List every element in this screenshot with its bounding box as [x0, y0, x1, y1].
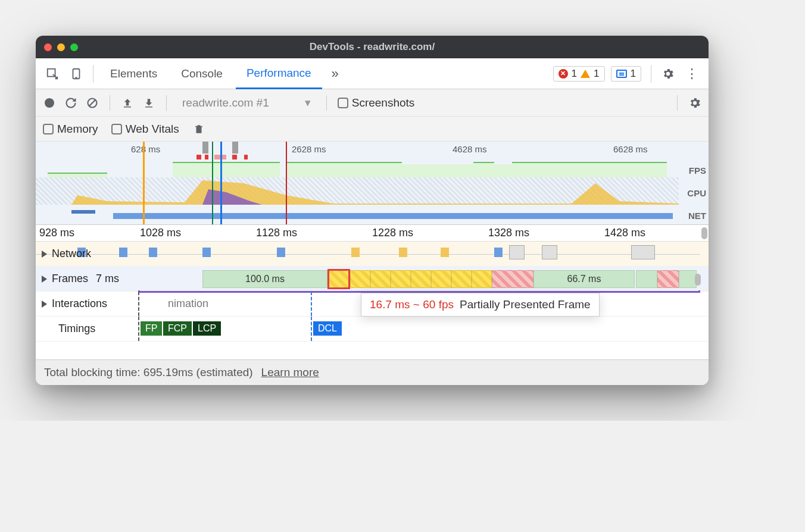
row-network[interactable]: Network	[36, 242, 709, 267]
learn-more-link[interactable]: Learn more	[261, 366, 319, 379]
tab-elements[interactable]: Elements	[99, 58, 168, 89]
row-interactions[interactable]: Interactions nimation 16.7 ms ~ 60 fps P…	[36, 292, 709, 317]
frame-block-selected[interactable]	[329, 270, 349, 288]
expand-icon[interactable]	[42, 276, 47, 283]
error-icon: ✕	[558, 69, 568, 79]
tab-performance[interactable]: Performance	[236, 59, 322, 89]
guide-line	[311, 292, 312, 316]
frame-block[interactable]	[657, 270, 679, 288]
frame-block[interactable]	[431, 270, 451, 288]
frame-block[interactable]	[679, 270, 697, 288]
perf-toolbar-2: Memory Web Vitals	[36, 117, 709, 142]
scrollbar-thumb[interactable]	[701, 227, 707, 239]
row-timings[interactable]: Timings FP FCP LCP DCL	[36, 317, 709, 342]
total-blocking-time: Total blocking time: 695.19ms (estimated…	[44, 366, 253, 379]
frame-block[interactable]: 66.7 ms	[533, 270, 635, 288]
overview-handle[interactable]	[232, 142, 238, 154]
more-tabs-icon[interactable]: »	[325, 63, 346, 85]
frame-block[interactable]	[370, 270, 391, 288]
upload-profile-icon[interactable]	[121, 96, 134, 109]
frames-track: 100.0 ms 66.7 ms	[36, 267, 700, 291]
device-toggle-icon[interactable]	[65, 63, 87, 85]
frame-block[interactable]	[350, 270, 370, 288]
clear-button[interactable]	[86, 96, 99, 109]
svg-rect-5	[124, 107, 131, 108]
overview-marker[interactable]	[286, 142, 287, 224]
expand-icon[interactable]	[42, 251, 47, 258]
warning-icon	[581, 70, 590, 78]
overview-net-label: NET	[688, 211, 706, 221]
frame-block[interactable]	[451, 270, 472, 288]
timing-lcp[interactable]: LCP	[193, 321, 221, 336]
row-frames[interactable]: Frames 7 ms 100.0 ms 66.7 ms	[36, 267, 709, 292]
tab-console[interactable]: Console	[170, 58, 233, 89]
devtools-tabstrip: Elements Console Performance » ✕ 1 1 1 ⋮	[36, 58, 709, 89]
close-window-button[interactable]	[44, 43, 52, 51]
overview-marker[interactable]	[143, 142, 145, 224]
network-track	[36, 242, 700, 266]
kebab-menu-icon[interactable]: ⋮	[681, 63, 703, 85]
capture-settings-gear-icon[interactable]	[688, 96, 701, 109]
window-title: DevTools - readwrite.com/	[36, 41, 709, 53]
window-titlebar: DevTools - readwrite.com/	[36, 36, 709, 58]
timing-fp[interactable]: FP	[141, 321, 162, 336]
detail-ruler: 928 ms 1028 ms 1128 ms 1228 ms 1328 ms 1…	[36, 225, 709, 242]
error-warning-counter[interactable]: ✕ 1 1	[553, 66, 605, 82]
message-icon	[616, 70, 627, 78]
warning-count: 1	[594, 68, 599, 80]
frame-block[interactable]: 100.0 ms	[202, 270, 327, 288]
overview-marker[interactable]	[212, 142, 213, 224]
frame-block[interactable]	[636, 270, 657, 288]
frame-block[interactable]	[472, 270, 492, 288]
overview-timeline[interactable]: 628 ms 2628 ms 4628 ms 6628 ms	[36, 142, 709, 225]
inspect-element-icon[interactable]	[42, 63, 63, 85]
expand-icon[interactable]	[42, 301, 47, 308]
timing-fcp[interactable]: FCP	[163, 321, 192, 336]
screenshots-checkbox[interactable]: Screenshots	[338, 96, 415, 109]
webvitals-checkbox[interactable]: Web Vitals	[111, 123, 179, 136]
minimize-window-button[interactable]	[57, 43, 65, 51]
overview-cpu-track	[36, 177, 679, 205]
messages-counter[interactable]: 1	[611, 66, 641, 82]
overview-marker[interactable]	[220, 142, 222, 224]
guide-line	[138, 292, 139, 316]
tooltip-desc: Partially Presented Frame	[460, 298, 591, 311]
overview-long-tasks	[196, 155, 268, 159]
trash-icon[interactable]	[192, 123, 205, 136]
frame-block[interactable]	[411, 270, 431, 288]
overview-cpu-label: CPU	[687, 188, 706, 198]
svg-line-4	[89, 100, 95, 106]
error-count: 1	[572, 68, 577, 80]
summary-footer: Total blocking time: 695.19ms (estimated…	[36, 359, 709, 385]
flame-chart[interactable]: 928 ms 1028 ms 1128 ms 1228 ms 1328 ms 1…	[36, 225, 709, 359]
recording-select-value: readwrite.com #1	[182, 96, 269, 109]
reload-record-button[interactable]	[64, 96, 77, 109]
timing-dcl[interactable]: DCL	[313, 321, 342, 336]
perf-toolbar: readwrite.com #1 ▾ Screenshots	[36, 89, 709, 117]
overview-fps-track	[36, 159, 679, 177]
memory-checkbox[interactable]: Memory	[43, 123, 98, 136]
animation-label: nimation	[168, 298, 208, 310]
settings-gear-icon[interactable]	[657, 63, 679, 85]
message-count: 1	[631, 68, 636, 80]
svg-rect-6	[145, 107, 152, 108]
download-profile-icon[interactable]	[142, 96, 155, 109]
recording-select[interactable]: readwrite.com #1 ▾	[177, 96, 316, 109]
tooltip-time: 16.7 ms ~ 60 fps	[370, 298, 454, 311]
frame-tooltip: 16.7 ms ~ 60 fps Partially Presented Fra…	[361, 293, 600, 317]
frame-block[interactable]	[391, 270, 411, 288]
overview-net-track	[36, 210, 679, 222]
scrollbar-thumb[interactable]	[695, 274, 701, 286]
traffic-lights	[44, 43, 78, 51]
record-button[interactable]	[43, 96, 56, 109]
frame-block[interactable]	[492, 270, 533, 288]
maximize-window-button[interactable]	[70, 43, 78, 51]
overview-handle[interactable]	[202, 142, 208, 154]
chevron-down-icon: ▾	[305, 96, 311, 109]
overview-fps-label: FPS	[689, 165, 706, 176]
